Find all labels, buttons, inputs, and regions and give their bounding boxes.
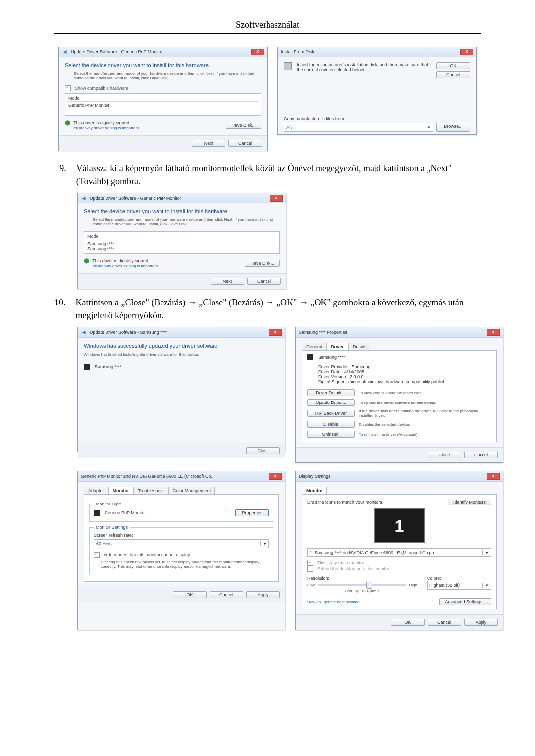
- extend-desktop-checkbox[interactable]: Extend the desktop onto this monitor: [307, 566, 491, 572]
- model-list[interactable]: Model Generic PnP Monitor: [65, 93, 261, 116]
- monitor-icon: [307, 354, 313, 360]
- apply-button[interactable]: Apply: [464, 619, 498, 626]
- cancel-button[interactable]: Cancel: [436, 71, 470, 78]
- close-icon[interactable]: x: [487, 473, 500, 480]
- path-combobox[interactable]: A:\ ▾: [284, 123, 433, 132]
- cancel-button[interactable]: Cancel: [228, 140, 262, 147]
- ok-button[interactable]: OK: [173, 591, 207, 598]
- device-name: Samsung ****: [95, 364, 122, 369]
- ok-button[interactable]: OK: [391, 619, 425, 626]
- disable-button[interactable]: Disable: [307, 421, 355, 428]
- ok-button[interactable]: OK: [436, 62, 470, 69]
- install-from-disk-dialog: Install From Disk x Insert the manufactu…: [277, 47, 477, 135]
- device-name: Samsung ****: [318, 355, 345, 360]
- tab-monitor[interactable]: Monitor: [302, 487, 327, 494]
- driver-details-desc: To view details about the driver files.: [359, 391, 491, 395]
- version-value: 2.0.0.0: [350, 374, 364, 379]
- instruction-text: Select the device driver you want to ins…: [65, 62, 261, 68]
- dialog-title: Generic PnP Monitor and NVIDIA GeForce 6…: [81, 474, 214, 479]
- tab-monitor[interactable]: Monitor: [108, 487, 134, 494]
- step-number: 10.: [54, 296, 66, 322]
- tab-driver[interactable]: Driver: [326, 343, 348, 350]
- monitor-type-value: Generic PnP Monitor: [105, 510, 146, 515]
- monitor-icon: [94, 510, 100, 516]
- dialog-title: Update Driver Software - Generic PnP Mon…: [90, 196, 181, 201]
- close-icon[interactable]: x: [269, 329, 282, 336]
- advanced-settings-button[interactable]: Advanced Settings...: [439, 598, 491, 605]
- instruction-text: Select the device driver you want to ins…: [84, 208, 280, 214]
- signing-link[interactable]: Tell me why driver signing is important: [72, 126, 139, 130]
- cancel-button[interactable]: Cancel: [210, 591, 243, 598]
- provider-label: Driver Provider:: [318, 364, 349, 369]
- have-disk-button[interactable]: Have Disk...: [226, 122, 261, 129]
- resolution-slider[interactable]: [318, 584, 406, 586]
- main-monitor-checkbox[interactable]: This is my main monitor: [307, 560, 491, 566]
- low-label: Low: [307, 583, 315, 587]
- have-disk-button[interactable]: Have Disk...: [245, 260, 280, 267]
- disable-desc: Disables the selected device.: [359, 422, 491, 427]
- tab-adapter[interactable]: Adapter: [84, 487, 108, 494]
- date-label: Driver Date:: [318, 369, 342, 374]
- apply-button[interactable]: Apply: [246, 591, 280, 598]
- step-text: Válassza ki a képernyőn látható monitorm…: [76, 162, 481, 188]
- dialog-title: Display Settings: [299, 474, 331, 479]
- monitor-thumbnail[interactable]: 1: [374, 508, 425, 543]
- update-driver-desc: To update the driver software for this d…: [359, 401, 491, 405]
- cancel-button[interactable]: Cancel: [247, 278, 281, 285]
- colcolors-label: Colors:: [427, 576, 491, 581]
- close-icon[interactable]: x: [269, 473, 282, 480]
- floppy-icon: [284, 62, 292, 70]
- cancel-button[interactable]: Cancel: [428, 619, 461, 626]
- driver-details-button[interactable]: Driver Details...: [307, 389, 355, 396]
- step-text: Kattintson a „Close" (Bezárás) → „Close"…: [76, 296, 481, 322]
- monitor-type-legend: Monitor Type: [94, 502, 123, 506]
- date-value: 4/14/2005: [344, 369, 364, 374]
- back-icon[interactable]: ◄: [62, 49, 68, 55]
- close-icon[interactable]: x: [487, 329, 500, 336]
- tab-color-management[interactable]: Color Management: [168, 487, 215, 494]
- close-button[interactable]: Close: [428, 452, 461, 458]
- sub-message: Windows has finished installing the driv…: [84, 353, 279, 357]
- high-label: High: [409, 583, 417, 587]
- identify-monitors-button[interactable]: Identify Monitors: [448, 499, 491, 505]
- refresh-combobox[interactable]: 60 Hertz ▾: [94, 539, 269, 548]
- next-button[interactable]: Next: [192, 140, 225, 147]
- show-compatible-checkbox[interactable]: Show compatible hardware: [65, 85, 261, 91]
- back-icon[interactable]: ◄: [81, 195, 87, 202]
- resolution-label: Resolution:: [307, 576, 417, 581]
- browse-button[interactable]: Browse...: [436, 123, 470, 132]
- copy-from-label: Copy manufacturer's files from:: [284, 116, 470, 121]
- uninstall-button[interactable]: Uninstall: [307, 431, 355, 438]
- success-message: Windows has successfully updated your dr…: [84, 343, 279, 349]
- rollback-button[interactable]: Roll Back Driver: [307, 410, 355, 417]
- model-list[interactable]: Model Samsung **** Samsung ****: [84, 231, 280, 254]
- close-icon[interactable]: x: [270, 195, 283, 202]
- close-button[interactable]: Close: [246, 447, 280, 454]
- hint-text: Select the manufacturer and model of you…: [93, 217, 280, 226]
- close-icon[interactable]: x: [251, 49, 264, 55]
- dialog-title: Install From Disk: [281, 50, 314, 54]
- tab-troubleshoot[interactable]: Troubleshoot: [134, 487, 168, 494]
- cancel-button[interactable]: Cancel: [464, 452, 498, 458]
- tab-general[interactable]: General: [302, 343, 326, 350]
- hide-modes-checkbox[interactable]: Hide modes that this monitor cannot disp…: [94, 552, 269, 558]
- signer-value: microsoft windows hardware compatibility…: [348, 379, 444, 384]
- monitor-icon: [84, 364, 90, 370]
- update-driver-dialog-2: ◄ Update Driver Software - Generic PnP M…: [77, 193, 286, 289]
- properties-button[interactable]: Properties: [235, 509, 269, 516]
- next-button[interactable]: Next: [211, 278, 244, 285]
- colors-combobox[interactable]: Highest (32 bit) ▾: [427, 581, 491, 590]
- pnp-monitor-properties-dialog: Generic PnP Monitor and NVIDIA GeForce 6…: [77, 471, 285, 630]
- close-icon[interactable]: x: [460, 49, 473, 55]
- signing-link[interactable]: Tell me why driver signing is important: [91, 264, 158, 268]
- dialog-title: Samsung **** Properties: [299, 330, 347, 335]
- best-display-link[interactable]: How do I get the best display?: [307, 600, 360, 604]
- signed-text: This driver is digitally signed.: [73, 120, 130, 125]
- display-combobox[interactable]: 1. Samsung **** on NVIDIA GeForce 6600 L…: [307, 548, 491, 557]
- hide-modes-desc: Clearing this check box allows you to se…: [101, 560, 269, 569]
- back-icon[interactable]: ◄: [81, 329, 87, 336]
- version-label: Driver Version:: [318, 374, 347, 379]
- tab-details[interactable]: Details: [348, 343, 371, 350]
- update-driver-button[interactable]: Update Driver...: [307, 399, 355, 406]
- resolution-value: 1280 by 1024 pixels: [307, 589, 417, 593]
